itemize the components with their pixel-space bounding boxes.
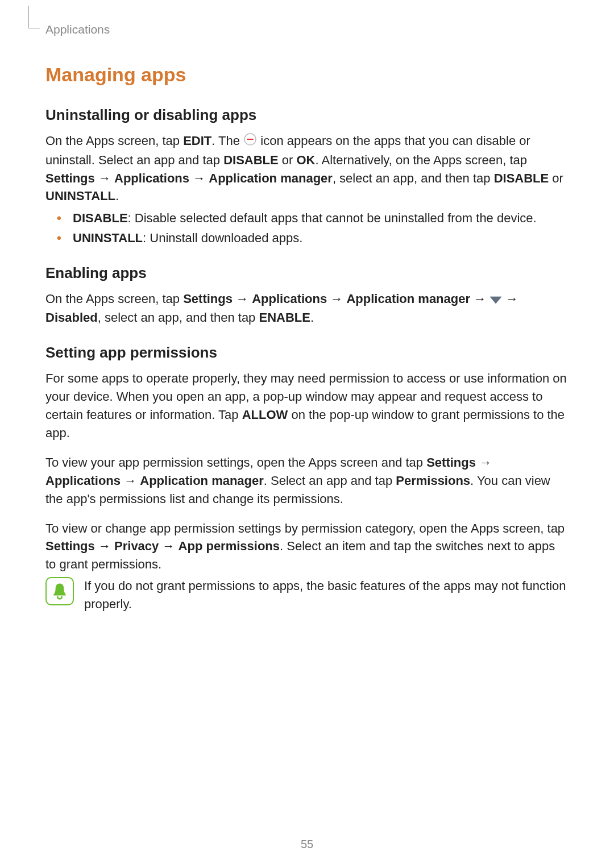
section-heading-enabling: Enabling apps [45,264,569,282]
crop-mark [28,6,40,28]
bullet-list: DISABLE: Disable selected default apps t… [45,209,569,247]
note-text: If you do not grant permissions to apps,… [84,577,569,613]
svg-marker-2 [490,297,501,304]
page-title: Managing apps [45,64,569,86]
list-item: UNINSTALL: Uninstall downloaded apps. [61,229,569,247]
minus-circle-icon [243,132,257,151]
paragraph: To view or change app permission setting… [45,520,569,574]
paragraph: On the Apps screen, tap Settings → Appli… [45,290,569,327]
breadcrumb: Applications [45,23,569,36]
svg-rect-1 [247,139,254,140]
paragraph: For some apps to operate properly, they … [45,369,569,442]
paragraph: On the Apps screen, tap EDIT. The icon a… [45,132,569,205]
section-heading-permissions: Setting app permissions [45,344,569,362]
dropdown-icon [489,291,502,309]
page-number: 55 [0,838,614,851]
section-heading-uninstall: Uninstalling or disabling apps [45,106,569,124]
paragraph: To view your app permission settings, op… [45,454,569,508]
list-item: DISABLE: Disable selected default apps t… [61,209,569,227]
note-bell-icon [45,577,74,605]
